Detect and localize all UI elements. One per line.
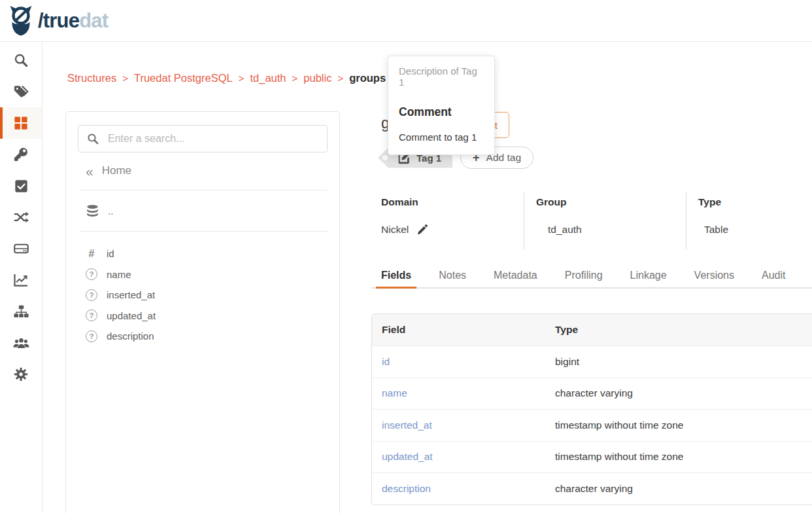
sidebar-item-tags[interactable] (0, 76, 42, 107)
tree-field-label: inserted_at (107, 289, 155, 300)
tooltip-body: Comment to tag 1 (399, 132, 484, 143)
tree-field-label: name (107, 269, 131, 280)
tree-field-label: id (107, 248, 114, 259)
unknown-type-icon: ? (86, 310, 97, 321)
sidebar-item-dashboards[interactable] (0, 264, 42, 296)
tree-field-list: # id ? name ? inserted_at ? updated_at ?… (66, 243, 339, 347)
tree-parent-item[interactable]: .. (66, 190, 339, 231)
tree-home-item[interactable]: « Home (66, 158, 339, 183)
unknown-type-icon: ? (86, 268, 97, 280)
field-row: id bigint (372, 345, 812, 378)
app-header: /truedat (0, 0, 812, 42)
tree-field-item[interactable]: ? inserted_at (86, 285, 339, 306)
owl-logo-icon (8, 5, 33, 36)
logo-wordmark: /truedat (38, 9, 108, 33)
field-type: timestamp without time zone (545, 409, 812, 441)
tree-search-box (78, 125, 328, 152)
tab-profiling[interactable]: Profiling (560, 268, 608, 287)
check-square-icon (14, 179, 28, 193)
unknown-type-icon: ? (86, 289, 97, 301)
field-type: character varying (545, 472, 812, 504)
info-type-label: Type (698, 196, 812, 208)
tree-field-label: description (107, 330, 154, 342)
field-link[interactable]: id (382, 356, 390, 367)
info-domain: Domain Nickel (371, 192, 524, 250)
tab-notes[interactable]: Notes (433, 268, 471, 287)
gear-icon (14, 367, 28, 381)
sidebar-item-systems[interactable] (0, 233, 42, 264)
shuffle-icon (14, 211, 29, 224)
sidebar-item-settings[interactable] (0, 359, 42, 390)
info-type-value: Table (698, 224, 812, 236)
fields-table: Field Type id bigint name character vary… (371, 313, 812, 505)
field-link[interactable]: name (382, 387, 407, 398)
sidebar-item-structures[interactable] (0, 107, 42, 139)
tag-tooltip: Description of Tag 1 Comment Comment to … (388, 56, 495, 155)
info-domain-value: Nickel (381, 224, 409, 236)
breadcrumb-link-structures[interactable]: Structures (67, 72, 116, 84)
tag-hole (382, 155, 388, 160)
field-link[interactable]: updated_at (382, 451, 433, 462)
key-icon (14, 147, 28, 162)
info-group: Group td_auth (524, 192, 686, 250)
tree-search-input[interactable] (107, 132, 327, 145)
sidebar-item-quality[interactable] (0, 170, 42, 202)
unknown-type-icon: ? (86, 330, 97, 342)
search-icon (87, 133, 99, 145)
breadcrumb-current: groups (349, 72, 386, 84)
tree-field-item[interactable]: ? updated_at (86, 306, 339, 327)
collapse-icon: « (86, 164, 93, 178)
breadcrumb-separator: > (239, 73, 245, 84)
sidebar-item-users[interactable] (0, 327, 42, 359)
column-header-field: Field (372, 314, 545, 345)
sidebar-item-lineage[interactable] (0, 202, 42, 233)
structure-tree-panel: « Home .. # id ? name ? inserted_at ? up… (65, 111, 340, 513)
tooltip-title: Comment (399, 105, 484, 119)
field-link[interactable]: inserted_at (382, 419, 432, 431)
breadcrumb-link-schema[interactable]: public (303, 72, 331, 84)
users-icon (13, 337, 29, 349)
detail-tabs: Fields Notes Metadata Profiling Linkage … (371, 268, 812, 289)
search-icon (14, 53, 28, 67)
divider (79, 231, 328, 232)
tree-field-item[interactable]: ? description (86, 326, 339, 347)
numeric-type-icon: # (86, 248, 97, 260)
chart-line-icon (14, 274, 28, 287)
tab-linkage[interactable]: Linkage (625, 268, 672, 287)
tab-versions[interactable]: Versions (689, 268, 739, 287)
database-icon (86, 205, 99, 217)
tab-metadata[interactable]: Metadata (488, 268, 543, 287)
home-label: Home (102, 164, 131, 177)
breadcrumb: Structures > Truedat PostgreSQL > td_aut… (67, 72, 386, 84)
tree-field-label: updated_at (107, 310, 156, 321)
tab-fields[interactable]: Fields (376, 268, 416, 289)
structure-detail-panel: groups Comment Tag 1 + Add tag Domain Ni… (371, 111, 812, 505)
tree-field-item[interactable]: # id (86, 243, 339, 264)
field-link[interactable]: description (382, 483, 431, 494)
field-row: inserted_at timestamp without time zone (372, 409, 812, 441)
sidebar-item-search[interactable] (0, 44, 42, 76)
breadcrumb-link-system[interactable]: Truedat PostgreSQL (134, 72, 233, 84)
tab-audit[interactable]: Audit (756, 268, 790, 287)
sidebar-item-taxonomy[interactable] (0, 296, 42, 327)
info-group-label: Group (536, 196, 686, 208)
hard-drive-icon (14, 242, 29, 255)
field-type: character varying (545, 378, 812, 410)
grid-icon (14, 116, 28, 130)
structure-info-row: Domain Nickel Group td_auth Type Table (371, 192, 812, 250)
field-type: timestamp without time zone (545, 441, 812, 473)
field-row: description character varying (372, 472, 812, 504)
breadcrumb-link-database[interactable]: td_auth (250, 72, 286, 84)
truedat-logo[interactable]: /truedat (8, 5, 108, 36)
main-sidebar (0, 42, 42, 513)
fields-table-header-row: Field Type (372, 314, 812, 345)
breadcrumb-separator: > (122, 73, 128, 84)
edit-domain-icon[interactable] (416, 224, 428, 236)
tags-icon (14, 84, 29, 99)
tree-field-item[interactable]: ? name (86, 264, 339, 285)
tree-parent-label: .. (108, 205, 113, 217)
info-domain-label: Domain (381, 196, 524, 208)
tooltip-description: Description of Tag 1 (399, 65, 484, 88)
info-type: Type Table (686, 192, 812, 250)
sidebar-item-key[interactable] (0, 139, 42, 170)
